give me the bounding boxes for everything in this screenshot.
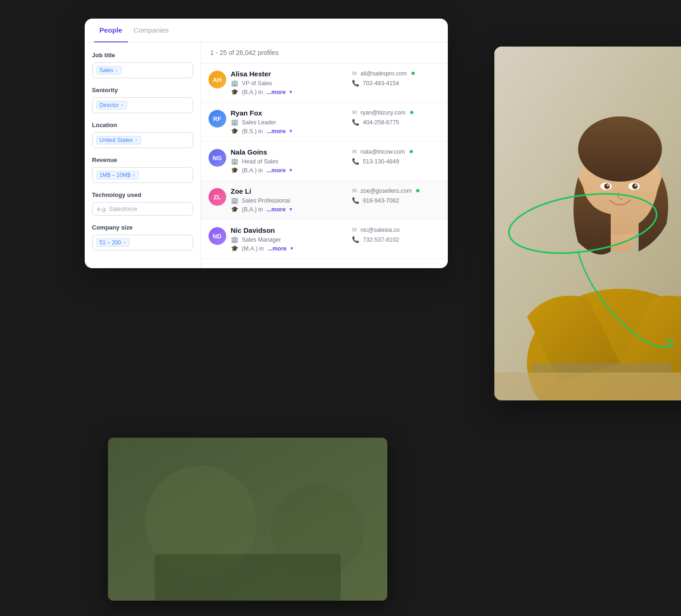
profile-phone: 732-537-8102	[363, 237, 399, 243]
svg-point-10	[607, 184, 609, 186]
technology-filter: Technology used	[92, 191, 193, 216]
profile-row-alisa-hester[interactable]: AH Alisa Hester 🏢 VP of Sales 🎓 (B.A.) i…	[201, 63, 448, 102]
profile-title: Head of Sales	[242, 158, 279, 165]
chevron-down-icon[interactable]: ▾	[290, 128, 292, 134]
building-icon: 🏢	[231, 197, 238, 204]
online-indicator	[416, 189, 419, 192]
results-panel: 1 - 25 of 28,042 profiles AH Alisa Heste…	[201, 42, 448, 268]
avatar-zoe-li: ZL	[209, 188, 226, 206]
email-row: ✉ ali@salespro.com	[352, 70, 440, 77]
location-input[interactable]: United States ×	[92, 132, 193, 148]
profile-name: Alisa Hester	[231, 70, 342, 78]
profile-phone: 916-943-7082	[363, 197, 399, 204]
tab-companies[interactable]: Companies	[128, 19, 175, 42]
building-icon: 🏢	[231, 119, 238, 126]
building-icon: 🏢	[231, 236, 238, 243]
profile-email: zoe@gosellers.com	[361, 188, 412, 194]
svg-rect-13	[532, 363, 671, 372]
profile-name: Nic Davidson	[231, 226, 342, 234]
profile-email: nala@tricow.com	[361, 149, 405, 155]
profile-title: VP of Sales	[242, 80, 272, 87]
profile-education: (B.A.) in	[242, 167, 263, 174]
seniority-input[interactable]: Director ×	[92, 97, 193, 113]
location-label: Location	[92, 122, 193, 129]
more-link[interactable]: ...more	[268, 245, 287, 252]
chevron-down-icon[interactable]: ▾	[290, 89, 292, 95]
sales-tag-remove[interactable]: ×	[115, 68, 118, 73]
size-tag[interactable]: 51 – 200 ×	[96, 238, 129, 247]
email-row: ✉ nic@salesia.co	[352, 226, 440, 233]
technology-label: Technology used	[92, 191, 193, 198]
director-tag-remove[interactable]: ×	[121, 102, 124, 108]
svg-point-9	[632, 183, 638, 189]
profile-name: Nala Goins	[231, 148, 342, 156]
tabs-bar: People Companies	[85, 19, 448, 42]
profile-phone: 404-258-6775	[363, 119, 399, 126]
more-link[interactable]: ...more	[267, 167, 286, 174]
chevron-down-icon[interactable]: ▾	[290, 167, 292, 173]
job-title-input[interactable]: Sales ×	[92, 62, 193, 78]
company-size-filter: Company size 51 – 200 ×	[92, 224, 193, 250]
more-link[interactable]: ...more	[267, 89, 286, 95]
building-icon: 🏢	[231, 80, 238, 87]
us-tag-remove[interactable]: ×	[135, 137, 138, 143]
revenue-input[interactable]: 1M$ – 10M$ ×	[92, 167, 193, 183]
profile-row-ryan-fox[interactable]: RF Ryan Fox 🏢 Sales Leader 🎓 (B.S.) in .…	[201, 102, 448, 142]
svg-point-5	[578, 116, 662, 182]
us-tag[interactable]: United States ×	[96, 136, 141, 144]
job-title-label: Job title	[92, 52, 193, 59]
online-indicator	[410, 150, 413, 153]
email-icon: ✉	[352, 70, 357, 77]
online-indicator	[410, 111, 413, 114]
revenue-filter: Revenue 1M$ – 10M$ ×	[92, 156, 193, 183]
phone-row: 📞 732-537-8102	[352, 236, 440, 243]
profile-email: nic@salesia.co	[361, 227, 400, 233]
company-size-input[interactable]: 51 – 200 ×	[92, 235, 193, 250]
main-card: People Companies Job title Sales ×	[85, 19, 448, 268]
sales-tag[interactable]: Sales ×	[96, 66, 121, 74]
email-icon: ✉	[352, 226, 357, 233]
graduation-icon: 🎓	[231, 206, 238, 213]
phone-row: 📞 404-258-6775	[352, 119, 440, 126]
filters-sidebar: Job title Sales × Seniority Director	[85, 42, 201, 268]
technology-input[interactable]	[92, 202, 193, 216]
avatar-nala-goins: NG	[209, 149, 226, 167]
profile-phone: 513-130-4849	[363, 158, 399, 165]
company-size-label: Company size	[92, 224, 193, 231]
email-row: ✉ nala@tricow.com	[352, 148, 440, 155]
profile-row-nala-goins[interactable]: NG Nala Goins 🏢 Head of Sales 🎓 (B.A.) i…	[201, 142, 448, 181]
profile-email: ryan@bizury.com	[361, 109, 406, 116]
more-link[interactable]: ...more	[267, 128, 286, 135]
phone-icon: 📞	[352, 197, 359, 204]
photo-card	[494, 47, 681, 400]
phone-icon: 📞	[352, 80, 359, 87]
chevron-down-icon[interactable]: ▾	[290, 206, 292, 212]
results-count: 1 - 25 of 28,042 profiles	[201, 42, 448, 63]
graduation-icon: 🎓	[231, 128, 238, 135]
revenue-tag[interactable]: 1M$ – 10M$ ×	[96, 171, 139, 179]
revenue-tag-remove[interactable]: ×	[132, 172, 135, 178]
avatar-alisa-hester: AH	[209, 71, 226, 88]
profile-title: Sales Manager	[242, 237, 281, 243]
profile-name: Ryan Fox	[231, 109, 342, 117]
profile-row-zoe-li[interactable]: ZL Zoe Li 🏢 Sales Professional 🎓 (B.A.) …	[201, 181, 448, 220]
profile-education: (B.S.) in	[242, 128, 263, 135]
profile-row-nic-davidson[interactable]: ND Nic Davidson 🏢 Sales Manager 🎓 (M.A.)…	[201, 220, 448, 259]
size-tag-remove[interactable]: ×	[123, 240, 126, 245]
svg-point-8	[604, 183, 610, 189]
profile-phone: 702-483-4154	[363, 80, 399, 87]
more-link[interactable]: ...more	[267, 206, 286, 213]
location-filter: Location United States ×	[92, 122, 193, 148]
svg-rect-19	[155, 554, 341, 601]
avatar-nic-davidson: ND	[209, 227, 226, 245]
svg-point-11	[635, 184, 637, 186]
director-tag[interactable]: Director ×	[96, 101, 127, 109]
phone-icon: 📞	[352, 236, 359, 243]
tab-people[interactable]: People	[94, 19, 128, 42]
phone-icon: 📞	[352, 119, 359, 126]
chevron-down-icon[interactable]: ▾	[290, 245, 293, 251]
email-row: ✉ zoe@gosellers.com	[352, 187, 440, 194]
email-icon: ✉	[352, 187, 357, 194]
job-title-filter: Job title Sales ×	[92, 52, 193, 78]
email-row: ✉ ryan@bizury.com	[352, 109, 440, 116]
